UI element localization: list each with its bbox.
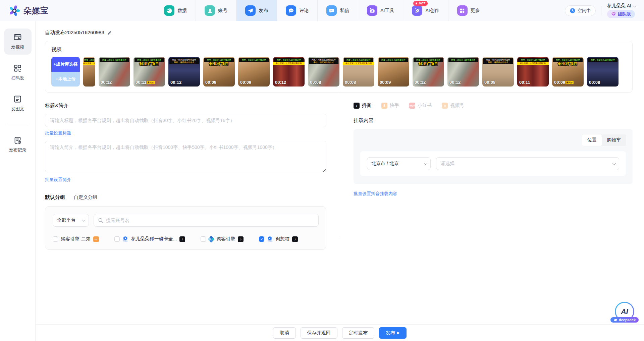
schedule-publish-button[interactable]: 定时发布 — [342, 327, 374, 339]
video-thumbnail[interactable]: 网友：商家怎么聪明成这样餐饮店第一次享受到流量扫刷 — [83, 57, 95, 87]
batch-title-link[interactable]: 批量设置标题 — [45, 130, 71, 136]
account-checkbox[interactable] — [114, 236, 120, 242]
video-thumbnail[interactable]: 网友：商家怎么聪明成这样00:09 — [238, 57, 270, 87]
video-thumbnail[interactable]: 网友：商家怎么聪明成这样创业好项目00:11重认知! — [133, 57, 165, 87]
thumb-title-text: 创业好项目 — [552, 61, 584, 66]
video-thumbnail[interactable]: 网友：商家怎么聪明成这样手机一键视频自动生成00:12 — [168, 57, 200, 87]
platform-tab-抖音[interactable]: ♪抖音 — [354, 103, 371, 109]
publish-button[interactable]: 发布▶ — [379, 327, 407, 339]
nav-item-更多[interactable]: 更多 — [448, 0, 489, 21]
button-label: 取消 — [280, 330, 289, 336]
account-item-聚客引擎[interactable]: 聚客引擎♪ — [201, 236, 244, 242]
account-filter-row: 全部平台 — [53, 214, 319, 227]
account-avatar: 花儿朵朵 — [267, 236, 273, 242]
nav-item-评论[interactable]: 评论 — [277, 0, 317, 21]
thumb-banner: 网友：商家怎么聪明成这样手机一键视频自动生成 — [483, 58, 513, 64]
page-title-row: 自动发布20250516260983 — [45, 30, 633, 36]
description-textarea[interactable] — [45, 141, 326, 172]
video-pick-box: +成片库选择 +本地上传 — [51, 57, 80, 87]
idle-status-button[interactable]: 空闲中 — [565, 5, 596, 16]
left-sidebar: 发视频扫码发发图文发布记录 — [0, 21, 36, 341]
sidebar-item-发图文[interactable]: 发图文 — [4, 90, 32, 116]
account-checkbox[interactable]: ✓ — [259, 236, 264, 242]
video-thumbnail[interactable]: 网友：商家怎么聪明成这样餐饮店第一次享受到流量扫刷00:08 — [343, 57, 374, 87]
nav-item-数据[interactable]: 数据 — [155, 0, 196, 21]
video-thumbnail[interactable]: 网友：商家怎么聪明成这样手机一键视频自动生成00:08 — [482, 57, 514, 87]
save-return-button[interactable]: 保存并返回 — [301, 327, 337, 339]
video-thumbnail[interactable]: 网友：商家怎么聪明成这样00:12 — [99, 57, 130, 87]
video-thumbnail[interactable]: 网友：商家怎么聪明成这样00:08 — [587, 57, 619, 87]
thumb-banner: 网友：商家怎么聪明成这样 — [274, 58, 304, 62]
account-menu[interactable]: 花儿朵朵 AI 团队版 — [607, 3, 635, 18]
video-thumbnail[interactable]: 网友：商家怎么聪明成这样餐饮店第一次享受到流量扫刷00:11 — [517, 57, 549, 87]
platform-filter-select[interactable]: 全部平台 — [53, 214, 89, 227]
button-label: 保存并返回 — [307, 330, 331, 336]
platform-tab-label: 小红书 — [418, 103, 432, 109]
title-input[interactable] — [45, 114, 326, 127]
video-thumbnail[interactable]: 网友：商家怎么聪明成这样创业好项目00:09重认知! — [552, 57, 584, 87]
video-section-label: 视频 — [51, 46, 626, 53]
video-thumbnail[interactable]: 网友：商家怎么聪明成这样00:09 — [378, 57, 409, 87]
group-tab-默认分组[interactable]: 默认分组 — [45, 194, 65, 201]
video-thumbnail[interactable]: 网友：商家怎么聪明成这样00:12 — [447, 57, 479, 87]
account-panel: 全部平台 聚客引擎-二弟∞花儿朵朵花儿朵朵碰一碰卡全...♪聚客引擎♪✓花儿朵朵… — [45, 206, 326, 250]
top-navbar: 朵媒宝 数据账号发布评论私信AI工具HOTAI创作更多 空闲中 花儿朵朵 AI … — [0, 0, 644, 21]
poi-select[interactable]: 请选择 — [436, 157, 619, 170]
account-avatar: 花儿朵朵 — [122, 236, 128, 242]
nav-item-账号[interactable]: 账号 — [196, 0, 236, 21]
thumb-banner-yellow: 餐饮店第一次享受到流量扫刷 — [83, 62, 95, 65]
video-thumbnail[interactable]: 网友：商家怎么聪明成这样餐饮店第一次享受到流量扫刷00:12 — [273, 57, 305, 87]
video-thumbnail[interactable]: 网友：商家怎么聪明成这样创业好项目00:09 — [203, 57, 235, 87]
platform-tab-小红书[interactable]: 小红书小红书 — [409, 103, 432, 109]
edit-pencil-icon[interactable] — [107, 30, 112, 35]
library-select-button[interactable]: +成片库选择 — [51, 57, 80, 72]
video-duration: 00:11重认知! — [136, 80, 155, 85]
thumb-banner: 网友：商家怎么聪明成这样手机一键视频自动生成 — [169, 58, 199, 64]
city-select-value: 北京市 / 北京 — [371, 161, 399, 167]
thumb-title-text: 创业好项目 — [203, 61, 235, 66]
mount-tab-购物车[interactable]: 购物车 — [602, 134, 626, 146]
video-thumbnail[interactable]: 网友：商家怎么聪明成这样创业好项目00:12 — [413, 57, 444, 87]
batch-desc-link[interactable]: 批量设置简介 — [45, 177, 71, 183]
nav-item-AI工具[interactable]: AI工具 — [358, 0, 403, 21]
platform-tab-label: 视频号 — [450, 103, 464, 109]
video-duration: 00:09重认知! — [554, 80, 574, 85]
nav-item-私信[interactable]: 私信 — [317, 0, 358, 21]
sidebar-item-发视频[interactable]: 发视频 — [4, 29, 32, 55]
ai-assistant-widget[interactable]: AI deepseek — [612, 302, 637, 323]
left-column: 标题&简介 批量设置标题 批量设置简介 默认分组自定义分组 全部平台 聚客引 — [45, 93, 326, 250]
plane-icon — [245, 5, 256, 16]
thumb-banner: 网友：商家怎么聪明成这样 — [448, 58, 478, 62]
nav-item-AI创作[interactable]: HOTAI创作 — [403, 0, 448, 21]
sidebar-item-发布记录[interactable]: 发布记录 — [4, 131, 32, 158]
local-upload-button[interactable]: +本地上传 — [51, 72, 80, 87]
sidebar-item-扫码发[interactable]: 扫码发 — [4, 59, 32, 86]
navbar-divider — [601, 6, 601, 16]
platform-tab-视频号[interactable]: ∞视频号 — [442, 103, 464, 109]
thumb-banner: 网友：商家怎么聪明成这样 — [518, 58, 548, 62]
right-column: ♪抖音8快手小红书小红书∞视频号 挂载内容 位置购物车 北京市 / 北京 请选择 — [340, 93, 633, 237]
city-select[interactable]: 北京市 / 北京 — [367, 157, 431, 170]
chart-icon — [164, 5, 174, 16]
cancel-button[interactable]: 取消 — [273, 327, 296, 339]
chevron-down-icon — [633, 4, 636, 7]
account-search-input[interactable] — [106, 218, 314, 223]
batch-mount-link[interactable]: 批量设置抖音挂载内容 — [354, 191, 397, 197]
account-item-创想猫[interactable]: ✓花儿朵朵创想猫♪ — [259, 236, 298, 242]
play-icon: ▶ — [397, 331, 400, 335]
video-thumbnail[interactable]: 网友：商家怎么聪明成这样手机一键视频自动生成00:08 — [308, 57, 339, 87]
account-checkbox[interactable] — [53, 236, 58, 242]
chevron-down-icon — [612, 162, 616, 165]
deepseek-badge: deepseek — [610, 317, 639, 323]
mount-tab-位置[interactable]: 位置 — [582, 134, 602, 146]
account-item-花儿朵朵碰一碰卡全...[interactable]: 花儿朵朵花儿朵朵碰一碰卡全...♪ — [114, 236, 185, 242]
platform-tab-快手[interactable]: 8快手 — [381, 103, 399, 109]
nav-item-发布[interactable]: 发布 — [236, 0, 277, 21]
account-item-聚客引擎-二弟[interactable]: 聚客引擎-二弟∞ — [53, 236, 99, 242]
group-tab-自定义分组[interactable]: 自定义分组 — [74, 194, 97, 201]
thumb-banner-yellow: 餐饮店第一次享受到流量扫刷 — [343, 62, 374, 65]
nav-label: 账号 — [218, 8, 227, 14]
thumb-banner: 网友：商家怎么聪明成这样 — [344, 58, 373, 62]
account-checkbox[interactable] — [201, 236, 206, 242]
account-search-box — [94, 214, 319, 227]
